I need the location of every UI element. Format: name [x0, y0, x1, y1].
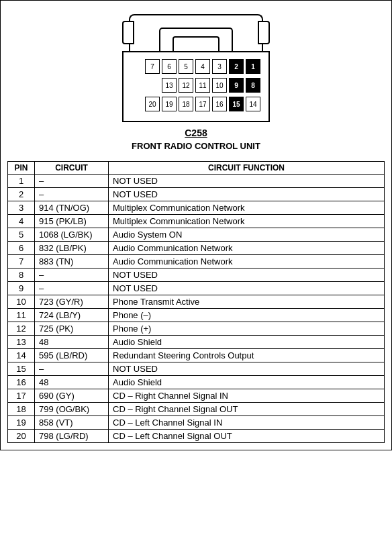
cell-circuit: –: [35, 268, 109, 282]
pin-20: 20: [145, 97, 160, 111]
pin-17: 17: [195, 97, 210, 111]
pin-row-1: 7654321: [132, 59, 260, 74]
cell-pin: 2: [8, 188, 35, 201]
table-row: 11724 (LB/Y)Phone (–): [8, 309, 385, 322]
cell-pin: 15: [8, 362, 35, 376]
table-row: 3914 (TN/OG)Multiplex Communication Netw…: [8, 201, 385, 215]
cell-function: CD – Left Channel Signal IN: [109, 416, 385, 430]
cell-function: NOT USED: [109, 175, 385, 188]
table-row: 20798 (LG/RD)CD – Left Channel Signal OU…: [8, 430, 385, 443]
cell-circuit: 832 (LB/PK): [35, 242, 109, 255]
cell-function: NOT USED: [109, 188, 385, 201]
pin-2: 2: [229, 59, 244, 74]
cell-pin: 9: [8, 282, 35, 295]
pin-5: 5: [179, 59, 193, 74]
cell-function: Multiplex Communication Network: [109, 215, 385, 228]
table-row: 6832 (LB/PK)Audio Communication Network: [8, 242, 385, 255]
cell-pin: 17: [8, 389, 35, 403]
cell-circuit: 858 (VT): [35, 416, 109, 430]
pin-14: 14: [246, 97, 260, 111]
pin-3: 3: [212, 59, 227, 74]
cell-circuit: 799 (OG/BK): [35, 403, 109, 416]
cell-circuit: –: [35, 282, 109, 295]
table-row: 1–NOT USED: [8, 175, 385, 188]
pin-12: 12: [179, 78, 193, 93]
cell-circuit: 724 (LB/Y): [35, 309, 109, 322]
pin-rows: 7654321 1312111098 20191817161514: [122, 51, 270, 122]
table-row: 1648Audio Shield: [8, 376, 385, 389]
cell-pin: 13: [8, 336, 35, 349]
cell-function: NOT USED: [109, 282, 385, 295]
cell-function: Multiplex Communication Network: [109, 201, 385, 215]
table-row: 15–NOT USED: [8, 362, 385, 376]
pin-7: 7: [145, 59, 160, 74]
cell-function: NOT USED: [109, 362, 385, 376]
cell-pin: 12: [8, 322, 35, 336]
col-pin: PIN: [8, 162, 35, 175]
pin-4: 4: [195, 59, 210, 74]
cell-circuit: 1068 (LG/BK): [35, 228, 109, 242]
cell-circuit: 883 (TN): [35, 255, 109, 268]
pin-6: 6: [162, 59, 177, 74]
cell-pin: 14: [8, 349, 35, 362]
connector-diagram: 7654321 1312111098 20191817161514 C258 F…: [7, 7, 385, 156]
cell-function: CD – Right Channel Signal IN: [109, 389, 385, 403]
page: 7654321 1312111098 20191817161514 C258 F…: [0, 0, 392, 450]
cell-pin: 8: [8, 268, 35, 282]
cell-function: CD – Right Channel Signal OUT: [109, 403, 385, 416]
cell-function: Audio Shield: [109, 376, 385, 389]
cell-pin: 4: [8, 215, 35, 228]
table-row: 9–NOT USED: [8, 282, 385, 295]
cell-circuit: 48: [35, 376, 109, 389]
cell-pin: 18: [8, 403, 35, 416]
pin-19: 19: [162, 97, 177, 111]
pin-10: 10: [212, 78, 227, 93]
cell-circuit: –: [35, 175, 109, 188]
pin-9: 9: [229, 78, 244, 93]
pin-row-3: 20191817161514: [132, 97, 260, 111]
cell-circuit: –: [35, 188, 109, 201]
table-row: 1348Audio Shield: [8, 336, 385, 349]
cell-circuit: 690 (GY): [35, 389, 109, 403]
pin-15: 15: [229, 97, 244, 111]
cell-circuit: 723 (GY/R): [35, 295, 109, 309]
connector-title: FRONT RADIO CONTROL UNIT: [132, 141, 260, 151]
table-row: 10723 (GY/R)Phone Transmit Active: [8, 295, 385, 309]
cell-circuit: –: [35, 362, 109, 376]
col-circuit: CIRCUIT: [35, 162, 109, 175]
cell-function: NOT USED: [109, 268, 385, 282]
cell-function: Audio Shield: [109, 336, 385, 349]
pin-11: 11: [195, 78, 210, 93]
pin-table: PIN CIRCUIT CIRCUIT FUNCTION 1–NOT USED2…: [7, 161, 385, 443]
pin-8: 8: [246, 78, 260, 93]
cell-circuit: 595 (LB/RD): [35, 349, 109, 362]
pin-13: 13: [162, 78, 177, 93]
table-row: 4915 (PK/LB)Multiplex Communication Netw…: [8, 215, 385, 228]
pin-1: 1: [246, 59, 260, 74]
table-row: 7883 (TN)Audio Communication Network: [8, 255, 385, 268]
table-row: 18799 (OG/BK)CD – Right Channel Signal O…: [8, 403, 385, 416]
pin-row-2: 1312111098: [132, 78, 260, 93]
cell-pin: 1: [8, 175, 35, 188]
cell-pin: 10: [8, 295, 35, 309]
pin-18: 18: [179, 97, 193, 111]
table-row: 14595 (LB/RD)Redundant Steering Controls…: [8, 349, 385, 362]
cell-circuit: 725 (PK): [35, 322, 109, 336]
cell-circuit: 915 (PK/LB): [35, 215, 109, 228]
table-row: 19858 (VT)CD – Left Channel Signal IN: [8, 416, 385, 430]
cell-pin: 7: [8, 255, 35, 268]
cell-function: Phone Transmit Active: [109, 295, 385, 309]
connector-label: C258 FRONT RADIO CONTROL UNIT: [132, 128, 260, 151]
cell-function: Audio Communication Network: [109, 255, 385, 268]
housing-graphic: [122, 14, 270, 51]
cell-function: Audio System ON: [109, 228, 385, 242]
table-row: 17690 (GY)CD – Right Channel Signal IN: [8, 389, 385, 403]
table-row: 51068 (LG/BK)Audio System ON: [8, 228, 385, 242]
table-row: 8–NOT USED: [8, 268, 385, 282]
cell-circuit: 48: [35, 336, 109, 349]
cell-circuit: 798 (LG/RD): [35, 430, 109, 443]
cell-pin: 3: [8, 201, 35, 215]
cell-pin: 11: [8, 309, 35, 322]
col-function: CIRCUIT FUNCTION: [109, 162, 385, 175]
cell-pin: 5: [8, 228, 35, 242]
